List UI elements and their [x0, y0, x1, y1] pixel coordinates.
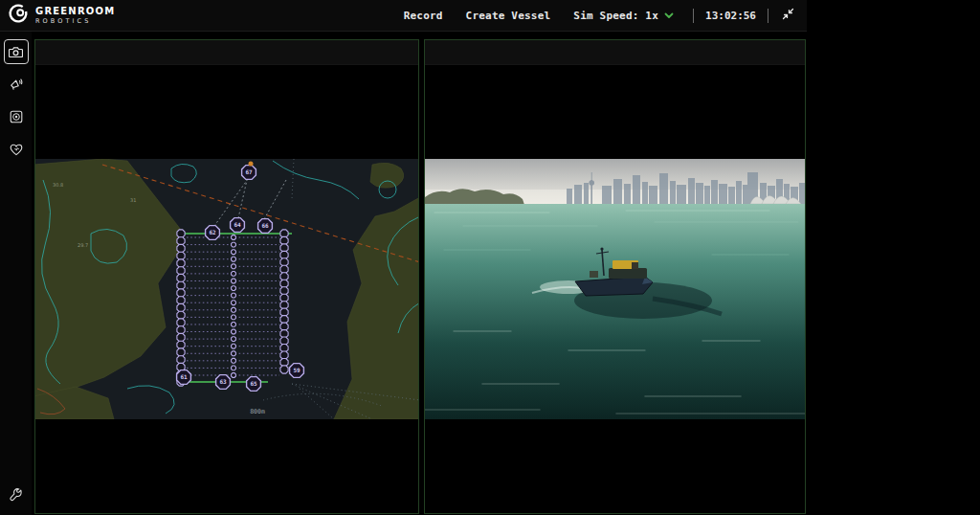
- brand-line2: ROBOTICS: [35, 18, 115, 25]
- create-vessel-button[interactable]: Create Vessel: [455, 6, 563, 26]
- waypoint-59[interactable]: 59: [290, 364, 304, 378]
- waypoint-61[interactable]: 61: [177, 370, 191, 385]
- simulation-panel: [424, 39, 806, 514]
- greenroom-logo-icon: [8, 3, 29, 28]
- sidebar-item-health[interactable]: [4, 137, 29, 162]
- tool-sidebar: [0, 32, 32, 515]
- wrench-icon: [10, 488, 23, 502]
- svg-text:63: 63: [219, 378, 227, 385]
- heart-icon: [10, 144, 23, 156]
- svg-text:30.8: 30.8: [53, 182, 63, 188]
- svg-text:29.7: 29.7: [78, 242, 88, 248]
- sidebar-item-camera[interactable]: [4, 39, 29, 64]
- chart-scale-label: 800m: [250, 408, 265, 415]
- collapse-button[interactable]: [776, 4, 796, 27]
- waypoint-63[interactable]: 63: [216, 375, 231, 390]
- topbar-divider: [693, 9, 694, 23]
- camera-icon: [9, 46, 23, 58]
- vessel-position-dot: [249, 162, 254, 167]
- waypoint-66[interactable]: 66: [258, 219, 273, 234]
- waypoint-64[interactable]: 64: [231, 218, 245, 233]
- simulation-3d-view[interactable]: [425, 159, 805, 419]
- chart-panel-header: [35, 40, 418, 65]
- simulation-panel-header: [425, 40, 805, 65]
- brand-line1: GREENROOM: [35, 7, 115, 16]
- sim-clock: 13:02:56: [702, 10, 760, 22]
- svg-text:67: 67: [245, 168, 253, 175]
- sim-speed-dropdown[interactable]: Sim Speed: 1x: [562, 6, 685, 26]
- brand-logo: GREENROOM ROBOTICS: [8, 3, 115, 28]
- megaphone-icon: [9, 78, 23, 91]
- topbar-divider: [768, 9, 768, 23]
- svg-text:62: 62: [209, 229, 216, 235]
- top-bar: GREENROOM ROBOTICS Record Create Vessel …: [0, 0, 807, 32]
- sidebar-item-announce[interactable]: [4, 72, 29, 97]
- mission-chart-panel: 67 62 64 66: [34, 39, 419, 514]
- sidebar-item-settings[interactable]: [4, 482, 29, 507]
- svg-text:64: 64: [234, 221, 241, 228]
- collapse-arrows-icon: [782, 8, 794, 23]
- svg-text:65: 65: [250, 380, 257, 387]
- sensor-target-icon: [10, 110, 23, 123]
- sidebar-item-sensor[interactable]: [4, 104, 29, 129]
- waypoint-65[interactable]: 65: [247, 377, 261, 392]
- app-window: GREENROOM ROBOTICS Record Create Vessel …: [0, 0, 980, 515]
- chevron-down-icon: [664, 10, 674, 22]
- waypoint-67[interactable]: 67: [242, 166, 256, 180]
- svg-text:59: 59: [293, 367, 301, 373]
- letterbox-area: [807, 0, 980, 515]
- record-button[interactable]: Record: [392, 6, 455, 26]
- svg-text:61: 61: [180, 373, 188, 380]
- top-menu: Record Create Vessel Sim Speed: 1x 13:02…: [392, 4, 796, 27]
- svg-text:66: 66: [261, 222, 269, 229]
- waypoint-62[interactable]: 62: [206, 226, 220, 240]
- svg-text:31: 31: [130, 197, 136, 203]
- nautical-chart-canvas[interactable]: 67 62 64 66: [35, 159, 418, 419]
